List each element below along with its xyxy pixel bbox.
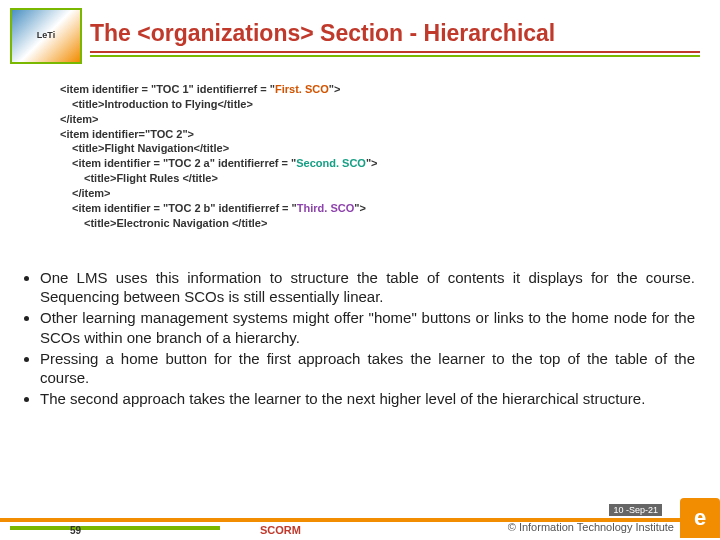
e-logo-icon: e (680, 498, 720, 538)
sco-ref-2: Second. SCO (296, 157, 366, 169)
code-line-9: <item identifier = "TOC 2 b" identifierr… (60, 201, 690, 216)
slide-number: 59 (70, 525, 81, 536)
title-underline-red (90, 51, 700, 53)
sco-ref-3: Third. SCO (297, 202, 354, 214)
brand-logo: LeTi (10, 8, 82, 64)
code-line-4: <item identifier="TOC 2"> (60, 127, 690, 142)
code-line-6: <item identifier = "TOC 2 a" identifierr… (60, 156, 690, 171)
code-line-2: <title>Introduction to Flying</title> (60, 97, 690, 112)
code-line-3: </item> (60, 112, 690, 127)
footer-org-text: © Information Technology Institute (508, 521, 674, 533)
bullet-2: Other learning management systems might … (40, 308, 695, 346)
sco-ref-1: First. SCO (275, 83, 329, 95)
code-line-8: </item> (60, 186, 690, 201)
footer-green-bar (10, 526, 220, 530)
code-line-1: <item identifier = "TOC 1" identifierref… (60, 82, 690, 97)
bullet-1: One LMS uses this information to structu… (40, 268, 695, 306)
code-line-5: <title>Flight Navigation</title> (60, 141, 690, 156)
logo-text: LeTi (37, 31, 55, 41)
xml-code-block: <item identifier = "TOC 1" identifierref… (60, 82, 690, 230)
bullet-3: Pressing a home button for the first app… (40, 349, 695, 387)
page-title: The <organizations> Section - Hierarchic… (90, 20, 700, 47)
bullet-list: One LMS uses this information to structu… (18, 268, 695, 410)
footer-label: SCORM (260, 524, 301, 536)
bullet-4: The second approach takes the learner to… (40, 389, 695, 408)
title-underline-green (90, 55, 700, 57)
code-line-10: <title>Electronic Navigation </title> (60, 216, 690, 231)
footer-org-block: © Information Technology Institute e (508, 496, 720, 540)
footer: 59 SCORM 10 -Sep-21 © Information Techno… (0, 496, 720, 540)
title-area: The <organizations> Section - Hierarchic… (90, 20, 700, 57)
code-line-7: <title>Flight Rules </title> (60, 171, 690, 186)
